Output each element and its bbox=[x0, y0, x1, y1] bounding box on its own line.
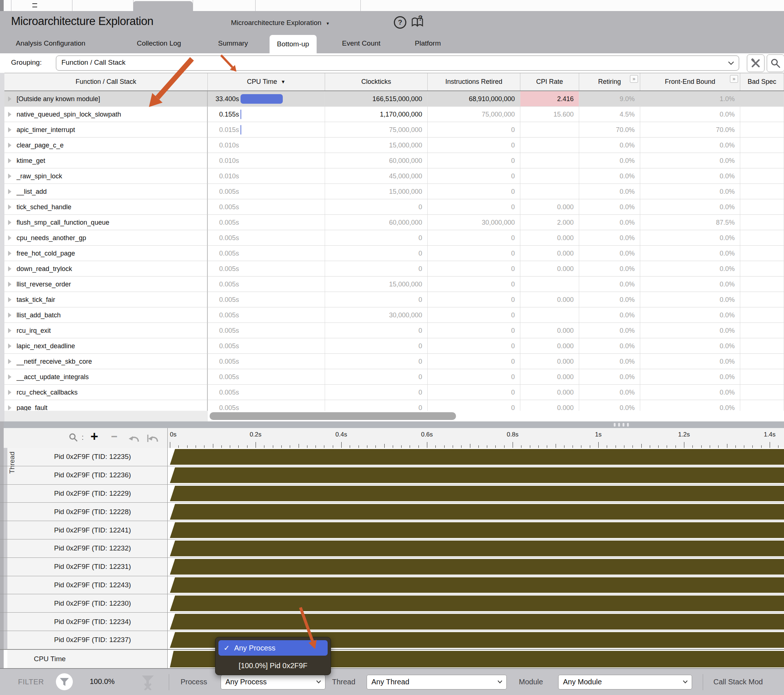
tab-event-count[interactable]: Event Count bbox=[342, 40, 380, 48]
expand-row-icon[interactable] bbox=[8, 390, 12, 395]
table-row[interactable]: __list_add0.005s15,000,00000.0%0.0% bbox=[5, 184, 784, 199]
table-row[interactable]: rcu_check_callbacks0.005s000.0000.0%0.0% bbox=[5, 385, 784, 400]
search-button[interactable] bbox=[767, 54, 784, 72]
expand-row-icon[interactable] bbox=[8, 112, 12, 117]
expand-row-icon[interactable] bbox=[8, 96, 12, 102]
expand-row-icon[interactable] bbox=[8, 359, 12, 364]
remove-filter-icon[interactable] bbox=[139, 674, 156, 690]
tab-analysis-configuration[interactable]: Analysis Configuration bbox=[16, 40, 85, 48]
tab-platform[interactable]: Platform bbox=[415, 40, 441, 48]
thread-row-label[interactable]: Pid 0x2F9F (TID: 12234) bbox=[18, 613, 167, 631]
customize-grouping-button[interactable] bbox=[747, 54, 764, 72]
thread-row-label[interactable]: Pid 0x2F9F (TID: 12235) bbox=[18, 448, 167, 466]
column-header-cpu-time[interactable]: CPU Time▼ bbox=[208, 73, 325, 91]
table-row[interactable]: lapic_next_deadline0.005s000.0000.0%0.0% bbox=[5, 338, 784, 354]
thread-row[interactable]: Pid 0x2F9F (TID: 12236) bbox=[0, 466, 784, 485]
expand-column-icon[interactable]: » bbox=[630, 75, 638, 83]
expand-row-icon[interactable] bbox=[8, 127, 12, 132]
thread-row-label[interactable]: Pid 0x2F9F (TID: 12236) bbox=[18, 466, 167, 484]
table-row[interactable]: apic_timer_interrupt0.015s75,000,000070.… bbox=[5, 122, 784, 138]
tab-summary[interactable]: Summary bbox=[218, 40, 248, 48]
table-row[interactable]: tick_sched_handle0.005s000.0000.0%0.0% bbox=[5, 199, 784, 215]
expand-row-icon[interactable] bbox=[8, 266, 12, 272]
thread-row[interactable]: Pid 0x2F9F (TID: 12237) bbox=[0, 631, 784, 649]
table-row[interactable]: clear_page_c_e0.010s15,000,00000.0%0.0% bbox=[5, 138, 784, 153]
column-header-front-end-bound[interactable]: Front-End Bound» bbox=[640, 73, 740, 91]
column-header-bad-spec[interactable]: Bad Spec bbox=[740, 73, 784, 91]
expand-row-icon[interactable] bbox=[8, 220, 12, 225]
expand-row-icon[interactable] bbox=[8, 251, 12, 256]
viewpoint-selector[interactable]: Microarchitecture Exploration▾ bbox=[231, 19, 329, 27]
thread-row-label[interactable]: Pid 0x2F9F (TID: 12241) bbox=[18, 521, 167, 539]
expand-row-icon[interactable] bbox=[8, 189, 12, 194]
expand-row-icon[interactable] bbox=[8, 204, 12, 209]
expand-row-icon[interactable] bbox=[8, 328, 12, 333]
table-row[interactable]: flush_smp_call_function_queue0.005s60,00… bbox=[5, 215, 784, 230]
table-row[interactable]: llist_reverse_order0.005s15,000,00000.0%… bbox=[5, 277, 784, 292]
expand-row-icon[interactable] bbox=[8, 236, 12, 240]
active-document-tab[interactable] bbox=[133, 1, 193, 11]
table-row[interactable]: native_queued_spin_lock_slowpath0.155s1,… bbox=[5, 107, 784, 122]
thread-row[interactable]: Pid 0x2F9F (TID: 12241) bbox=[0, 521, 784, 539]
zoom-tool-icon[interactable] bbox=[68, 432, 79, 443]
table-row[interactable]: __netif_receive_skb_core0.005s000.0000.0… bbox=[5, 354, 784, 369]
thread-row[interactable]: Pid 0x2F9F (TID: 12243) bbox=[0, 576, 784, 595]
column-header-function-call-stack[interactable]: Function / Call Stack bbox=[5, 73, 208, 91]
expand-row-icon[interactable] bbox=[8, 374, 12, 379]
thread-row[interactable]: Pid 0x2F9F (TID: 12234) bbox=[0, 613, 784, 631]
column-header-retiring[interactable]: Retiring» bbox=[579, 73, 640, 91]
grouping-combo[interactable]: Function / Call Stack bbox=[56, 56, 739, 71]
zoom-out-icon[interactable]: − bbox=[111, 430, 118, 443]
thread-filter-combo[interactable]: Any Thread bbox=[367, 675, 507, 690]
thread-row[interactable]: Pid 0x2F9F (TID: 12232) bbox=[0, 539, 784, 558]
horizontal-scrollbar[interactable] bbox=[5, 411, 784, 422]
thread-row-label[interactable]: Pid 0x2F9F (TID: 12232) bbox=[18, 539, 167, 557]
document-tab-strip[interactable] bbox=[0, 0, 784, 11]
expand-row-icon[interactable] bbox=[8, 143, 12, 148]
redo-zoom-icon[interactable] bbox=[147, 433, 159, 443]
filter-summary-button[interactable] bbox=[56, 673, 73, 690]
expand-row-icon[interactable] bbox=[8, 343, 12, 349]
help-icon[interactable]: ? bbox=[394, 16, 406, 29]
table-row[interactable]: ktime_get0.010s60,000,00000.0%0.0% bbox=[5, 153, 784, 168]
pane-splitter[interactable] bbox=[0, 422, 784, 428]
thread-row[interactable]: Pid 0x2F9F (TID: 12235) bbox=[0, 448, 784, 466]
expand-row-icon[interactable] bbox=[8, 297, 12, 302]
process-filter-combo[interactable]: Any Process bbox=[221, 675, 325, 690]
scrollbar-thumb[interactable] bbox=[209, 412, 456, 420]
column-header-clockticks[interactable]: Clockticks bbox=[325, 73, 428, 91]
thread-row-label[interactable]: Pid 0x2F9F (TID: 12229) bbox=[18, 485, 167, 503]
table-row[interactable]: down_read_trylock0.005s000.0000.0%0.0% bbox=[5, 261, 784, 277]
expand-row-icon[interactable] bbox=[8, 158, 12, 163]
thread-row-label[interactable]: Pid 0x2F9F (TID: 12228) bbox=[18, 503, 167, 521]
zoom-in-icon[interactable]: + bbox=[91, 429, 98, 444]
thread-row-label[interactable]: Pid 0x2F9F (TID: 12231) bbox=[18, 558, 167, 576]
table-row[interactable]: free_hot_cold_page0.005s000.0000.0%0.0% bbox=[5, 245, 784, 261]
column-header-instructions-retired[interactable]: Instructions Retired bbox=[428, 73, 520, 91]
table-row[interactable]: cpu_needs_another_gp0.005s000.0000.0%0.0… bbox=[5, 230, 784, 245]
undo-zoom-icon[interactable] bbox=[128, 433, 140, 443]
thread-row-label[interactable]: Pid 0x2F9F (TID: 12230) bbox=[18, 594, 167, 612]
menu-item-pid[interactable]: [100.0%] Pid 0x2F9F bbox=[216, 658, 331, 673]
expand-column-icon[interactable]: » bbox=[730, 75, 738, 83]
table-row[interactable]: _raw_spin_lock0.010s45,000,00000.0%0.0% bbox=[5, 168, 784, 184]
table-row[interactable]: llist_add_batch0.005s30,000,00000.0%0.0% bbox=[5, 307, 784, 323]
expand-row-icon[interactable] bbox=[8, 174, 12, 179]
cpu-time-row[interactable]: CPU Time bbox=[0, 649, 784, 669]
thread-row[interactable]: Pid 0x2F9F (TID: 12231) bbox=[0, 558, 784, 576]
expand-row-icon[interactable] bbox=[8, 313, 12, 318]
module-filter-combo[interactable]: Any Module bbox=[558, 675, 692, 690]
column-header-cpi-rate[interactable]: CPI Rate bbox=[520, 73, 579, 91]
table-row[interactable]: task_tick_fair0.005s000.0000.0%0.0% bbox=[5, 292, 784, 307]
tab-bottom-up[interactable]: Bottom-up bbox=[270, 35, 316, 53]
tab-collection-log[interactable]: Collection Log bbox=[137, 40, 181, 48]
documentation-icon[interactable]: ? bbox=[410, 15, 425, 30]
thread-row-label[interactable]: Pid 0x2F9F (TID: 12237) bbox=[18, 631, 167, 649]
thread-row-label[interactable]: Pid 0x2F9F (TID: 12243) bbox=[18, 576, 167, 594]
menu-item-any-process[interactable]: ✓ Any Process bbox=[218, 640, 328, 655]
table-row[interactable]: page_fault0.005s000.0000.0%0.0% bbox=[5, 400, 784, 412]
expand-row-icon[interactable] bbox=[8, 282, 12, 287]
table-row[interactable]: __acct_update_integrals0.005s000.0000.0%… bbox=[5, 369, 784, 385]
table-row[interactable]: rcu_irq_exit0.005s000.0000.0%0.0% bbox=[5, 323, 784, 338]
table-row[interactable]: [Outside any known module]33.400s166,515… bbox=[5, 91, 784, 107]
